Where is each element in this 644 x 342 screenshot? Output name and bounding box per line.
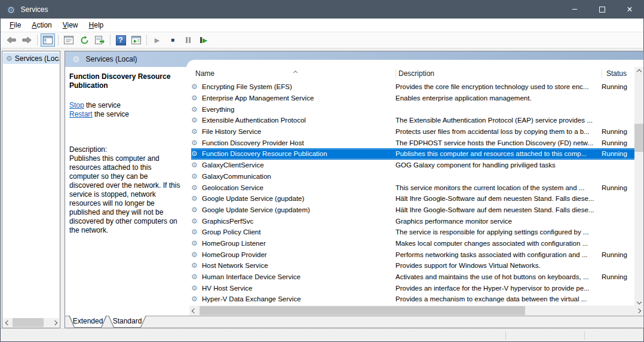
properties-button[interactable] — [62, 33, 76, 47]
service-gear-icon: ⚙ — [191, 161, 202, 169]
service-row[interactable]: ⚙ Extensible Authentication Protocol The… — [191, 115, 636, 126]
service-status: Running — [602, 251, 635, 258]
restart-service-button[interactable]: ▶ — [197, 33, 211, 47]
snapin-title: Services (Local) — [86, 55, 137, 63]
service-gear-icon: ⚙ — [191, 295, 202, 303]
service-gear-icon: ⚙ — [191, 94, 202, 102]
show-console-tree-button[interactable] — [41, 33, 55, 47]
stop-service-line: Stop the service — [69, 101, 182, 110]
service-row[interactable]: ⚙ HV Host Service Provides an interface … — [191, 282, 636, 294]
service-name: Function Discovery Resource Publication — [202, 150, 395, 157]
service-row[interactable]: ⚙ Google Update Service (gupdatem) Hält … — [191, 204, 636, 216]
close-button[interactable]: × — [616, 1, 643, 19]
pause-service-button[interactable] — [181, 33, 195, 47]
service-row[interactable]: ⚙ Group Policy Client The service is res… — [191, 227, 636, 238]
menu-action[interactable]: Action — [26, 19, 57, 31]
window-title: Services — [20, 5, 48, 14]
service-row[interactable]: ⚙ Everything — [191, 103, 636, 115]
column-divider[interactable] — [602, 69, 602, 78]
service-name: GraphicsPerfSvc — [202, 218, 395, 225]
service-row[interactable]: ⚙ Google Update Service (gupdate) Hält I… — [191, 193, 636, 204]
refresh-button[interactable] — [77, 33, 91, 47]
status-bar — [1, 328, 643, 341]
service-description-cell: Performs networking tasks associated wit… — [395, 251, 602, 258]
action-pane-icon — [131, 36, 141, 44]
tab-extended[interactable]: Extended — [69, 316, 107, 328]
pause-service-icon — [186, 37, 191, 43]
scroll-left-arrow[interactable] — [3, 318, 12, 327]
maximize-button[interactable] — [588, 1, 616, 19]
maximize-icon — [599, 7, 605, 13]
scroll-left-arrow[interactable] — [189, 306, 198, 315]
service-row[interactable]: ⚙ Geolocation Service This service monit… — [191, 182, 636, 193]
service-description-cell: This service monitors the current locati… — [395, 184, 602, 191]
forward-button[interactable] — [20, 33, 34, 47]
service-name: HomeGroup Provider — [202, 251, 395, 258]
export-list-button[interactable] — [93, 33, 107, 47]
help-button[interactable]: ? — [114, 33, 128, 47]
service-name: Extensible Authentication Protocol — [202, 117, 395, 124]
service-row[interactable]: ⚙ GalaxyClientService GOG Galaxy compone… — [191, 160, 636, 171]
service-row[interactable]: ⚙ HomeGroup Provider Performs networking… — [191, 249, 636, 260]
properties-icon — [64, 36, 73, 44]
description-label: Description: — [69, 145, 182, 154]
menu-file[interactable]: File — [4, 19, 26, 31]
scroll-right-arrow[interactable] — [634, 306, 643, 315]
tree-horizontal-scrollbar[interactable] — [3, 318, 59, 327]
menu-view[interactable]: View — [57, 19, 84, 31]
service-name: Function Discovery Provider Host — [202, 139, 395, 146]
service-gear-icon: ⚙ — [191, 284, 202, 292]
services-window: ⚙ Services – × File Action View Help — [0, 0, 644, 342]
list-horizontal-scrollbar[interactable] — [189, 306, 643, 316]
service-row[interactable]: ⚙ GalaxyCommunication — [191, 171, 636, 182]
services-gear-icon: ⚙ — [7, 5, 15, 14]
service-gear-icon: ⚙ — [191, 251, 202, 259]
list-vertical-scrollbar[interactable] — [634, 67, 643, 306]
service-description-cell: Provides a mechanism to exchange data be… — [395, 295, 602, 303]
back-button[interactable] — [4, 33, 19, 47]
column-header-status[interactable]: Status — [606, 67, 636, 80]
service-row[interactable]: ⚙ Encrypting File System (EFS) Provides … — [191, 81, 636, 93]
show-action-pane-button[interactable] — [129, 33, 143, 47]
menu-help[interactable]: Help — [84, 19, 109, 31]
stop-service-link[interactable]: Stop — [69, 101, 84, 109]
statusbar-divider — [584, 331, 585, 340]
restart-service-icon: ▶ — [200, 37, 207, 44]
service-gear-icon: ⚙ — [191, 228, 202, 236]
service-row[interactable]: ⚙ Host Network Service Provides support … — [191, 260, 636, 271]
restart-service-link[interactable]: Restart — [69, 110, 93, 118]
service-name: Human Interface Device Service — [202, 273, 395, 280]
column-divider[interactable] — [395, 69, 396, 78]
service-row[interactable]: ⚙ File History Service Protects user fil… — [191, 126, 636, 138]
scroll-down-arrow[interactable] — [634, 297, 643, 306]
tab-standard[interactable]: Standard — [108, 316, 146, 328]
scroll-right-arrow[interactable] — [50, 318, 59, 327]
scrollbar-thumb[interactable] — [13, 318, 44, 327]
minimize-button[interactable]: – — [561, 1, 588, 19]
statusbar-divider — [505, 331, 506, 340]
scroll-up-arrow[interactable] — [634, 67, 643, 76]
restart-service-line: Restart the service — [69, 110, 182, 119]
service-row[interactable]: ⚙ Hyper-V Data Exchange Service Provides… — [191, 294, 636, 305]
service-row[interactable]: ⚙ GraphicsPerfSvc Graphics performance m… — [191, 215, 636, 227]
service-row[interactable]: ⚙ Function Discovery Resource Publicatio… — [191, 148, 636, 160]
start-service-button[interactable]: ▶ — [150, 33, 164, 47]
service-gear-icon: ⚙ — [191, 239, 202, 248]
column-header-description[interactable]: Description — [398, 67, 596, 80]
service-row[interactable]: ⚙ Enterprise App Management Service Enab… — [191, 93, 636, 104]
service-row[interactable]: ⚙ Function Discovery Provider Host The F… — [191, 137, 636, 148]
scrollbar-thumb[interactable] — [200, 306, 525, 315]
service-row[interactable]: ⚙ Human Interface Device Service Activat… — [191, 271, 636, 283]
service-name: HomeGroup Listener — [202, 240, 395, 247]
service-description-cell: Hält Ihre Google-Software auf dem neuest… — [395, 195, 602, 202]
service-name: Geolocation Service — [202, 184, 395, 191]
tree-item-services-local[interactable]: ⚙ Services (Local) — [3, 53, 59, 64]
column-header-name[interactable]: Name — [195, 67, 392, 80]
service-gear-icon: ⚙ — [191, 184, 202, 192]
scrollbar-thumb[interactable] — [634, 124, 643, 152]
service-row[interactable]: ⚙ HomeGroup Listener Makes local compute… — [191, 238, 636, 249]
forward-arrow-icon — [22, 36, 32, 44]
service-description-cell: Provides support for Windows Virtual Net… — [395, 262, 602, 269]
stop-service-button[interactable]: ■ — [165, 33, 180, 47]
service-name: Encrypting File System (EFS) — [202, 83, 395, 90]
